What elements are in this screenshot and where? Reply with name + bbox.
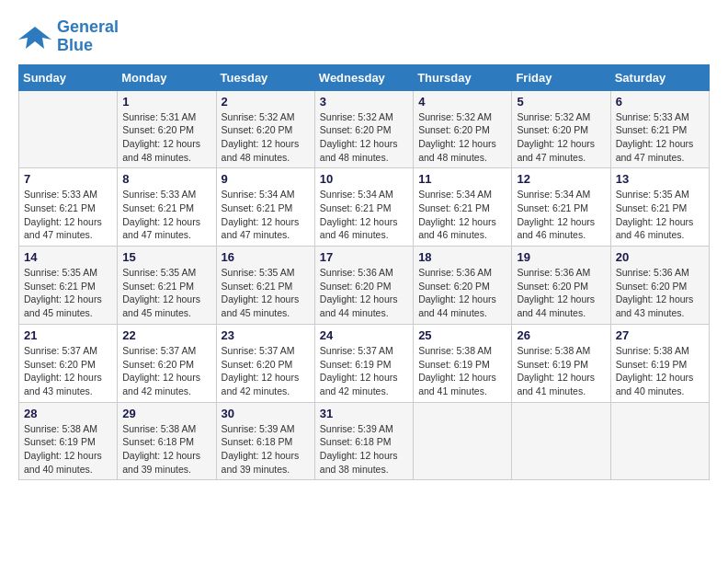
day-number: 14: [24, 250, 112, 264]
day-number: 7: [24, 172, 112, 186]
svg-marker-0: [18, 27, 51, 49]
calendar-cell: 19Sunrise: 5:36 AMSunset: 6:20 PMDayligh…: [512, 247, 610, 325]
day-info: Sunrise: 5:39 AMSunset: 6:18 PMDaylight:…: [320, 422, 408, 477]
day-info: Sunrise: 5:37 AMSunset: 6:20 PMDaylight:…: [24, 344, 112, 398]
calendar-cell: 2Sunrise: 5:32 AMSunset: 6:20 PMDaylight…: [216, 90, 314, 168]
day-number: 25: [418, 328, 506, 342]
calendar-cell: 11Sunrise: 5:34 AMSunset: 6:21 PMDayligh…: [414, 168, 512, 247]
day-number: 29: [122, 407, 210, 420]
day-number: 3: [320, 95, 408, 109]
logo-icon: [18, 23, 51, 51]
calendar-cell: 18Sunrise: 5:36 AMSunset: 6:20 PMDayligh…: [414, 247, 512, 325]
calendar-cell: 7Sunrise: 5:33 AMSunset: 6:21 PMDaylight…: [19, 168, 118, 247]
week-row-5: 28Sunrise: 5:38 AMSunset: 6:19 PMDayligh…: [19, 402, 710, 480]
day-info: Sunrise: 5:36 AMSunset: 6:20 PMDaylight:…: [517, 266, 605, 320]
day-info: Sunrise: 5:38 AMSunset: 6:18 PMDaylight:…: [122, 422, 210, 477]
day-info: Sunrise: 5:38 AMSunset: 6:19 PMDaylight:…: [517, 344, 605, 398]
calendar-cell: 21Sunrise: 5:37 AMSunset: 6:20 PMDayligh…: [19, 324, 118, 402]
weekday-header-sunday: Sunday: [19, 64, 118, 90]
day-number: 21: [24, 328, 112, 342]
calendar-cell: 14Sunrise: 5:35 AMSunset: 6:21 PMDayligh…: [19, 247, 118, 325]
day-number: 10: [320, 172, 408, 186]
weekday-header-saturday: Saturday: [610, 64, 709, 90]
calendar-cell: [19, 90, 118, 168]
calendar-cell: 12Sunrise: 5:34 AMSunset: 6:21 PMDayligh…: [512, 168, 610, 247]
day-info: Sunrise: 5:38 AMSunset: 6:19 PMDaylight:…: [616, 344, 704, 398]
day-info: Sunrise: 5:34 AMSunset: 6:21 PMDaylight:…: [517, 188, 605, 242]
calendar-cell: 30Sunrise: 5:39 AMSunset: 6:18 PMDayligh…: [216, 402, 314, 480]
weekday-header-monday: Monday: [118, 64, 216, 90]
day-number: 27: [616, 328, 704, 342]
calendar-table: SundayMondayTuesdayWednesdayThursdayFrid…: [18, 64, 710, 481]
week-row-2: 7Sunrise: 5:33 AMSunset: 6:21 PMDaylight…: [19, 168, 710, 247]
day-info: Sunrise: 5:35 AMSunset: 6:21 PMDaylight:…: [616, 188, 704, 242]
day-number: 19: [517, 250, 605, 264]
day-info: Sunrise: 5:32 AMSunset: 6:20 PMDaylight:…: [320, 110, 408, 165]
day-info: Sunrise: 5:36 AMSunset: 6:20 PMDaylight:…: [320, 266, 408, 320]
day-number: 9: [222, 172, 310, 186]
day-info: Sunrise: 5:32 AMSunset: 6:20 PMDaylight:…: [517, 110, 605, 165]
calendar-cell: 24Sunrise: 5:37 AMSunset: 6:19 PMDayligh…: [314, 324, 413, 402]
calendar-cell: 23Sunrise: 5:37 AMSunset: 6:20 PMDayligh…: [216, 324, 314, 402]
day-info: Sunrise: 5:37 AMSunset: 6:20 PMDaylight:…: [122, 344, 210, 398]
calendar-cell: 17Sunrise: 5:36 AMSunset: 6:20 PMDayligh…: [314, 247, 413, 325]
day-info: Sunrise: 5:34 AMSunset: 6:21 PMDaylight:…: [418, 188, 506, 242]
calendar-cell: [610, 402, 709, 480]
day-info: Sunrise: 5:36 AMSunset: 6:20 PMDaylight:…: [616, 266, 704, 320]
day-info: Sunrise: 5:37 AMSunset: 6:19 PMDaylight:…: [320, 344, 408, 398]
weekday-header-friday: Friday: [512, 64, 610, 90]
day-number: 23: [222, 328, 310, 342]
calendar-cell: 9Sunrise: 5:34 AMSunset: 6:21 PMDaylight…: [216, 168, 314, 247]
calendar-cell: 8Sunrise: 5:33 AMSunset: 6:21 PMDaylight…: [118, 168, 216, 247]
calendar-cell: 22Sunrise: 5:37 AMSunset: 6:20 PMDayligh…: [118, 324, 216, 402]
week-row-4: 21Sunrise: 5:37 AMSunset: 6:20 PMDayligh…: [19, 324, 710, 402]
day-number: 26: [517, 328, 605, 342]
day-number: 13: [616, 172, 704, 186]
calendar-cell: 25Sunrise: 5:38 AMSunset: 6:19 PMDayligh…: [414, 324, 512, 402]
calendar-cell: [512, 402, 610, 480]
calendar-cell: [414, 402, 512, 480]
day-number: 24: [320, 328, 408, 342]
day-info: Sunrise: 5:32 AMSunset: 6:20 PMDaylight:…: [418, 110, 506, 165]
day-number: 18: [418, 250, 506, 264]
day-number: 8: [122, 172, 210, 186]
calendar-cell: 27Sunrise: 5:38 AMSunset: 6:19 PMDayligh…: [610, 324, 709, 402]
page-header: General Blue: [18, 18, 710, 55]
day-number: 5: [517, 95, 605, 109]
day-info: Sunrise: 5:36 AMSunset: 6:20 PMDaylight:…: [418, 266, 506, 320]
calendar-cell: 3Sunrise: 5:32 AMSunset: 6:20 PMDaylight…: [314, 90, 413, 168]
day-info: Sunrise: 5:35 AMSunset: 6:21 PMDaylight:…: [222, 266, 310, 320]
calendar-cell: 31Sunrise: 5:39 AMSunset: 6:18 PMDayligh…: [314, 402, 413, 480]
weekday-header-row: SundayMondayTuesdayWednesdayThursdayFrid…: [19, 64, 710, 90]
day-number: 16: [222, 250, 310, 264]
day-info: Sunrise: 5:31 AMSunset: 6:20 PMDaylight:…: [122, 110, 210, 165]
day-info: Sunrise: 5:34 AMSunset: 6:21 PMDaylight:…: [222, 188, 310, 242]
day-number: 12: [517, 172, 605, 186]
day-info: Sunrise: 5:37 AMSunset: 6:20 PMDaylight:…: [222, 344, 310, 398]
calendar-cell: 26Sunrise: 5:38 AMSunset: 6:19 PMDayligh…: [512, 324, 610, 402]
day-number: 30: [222, 407, 310, 420]
day-info: Sunrise: 5:39 AMSunset: 6:18 PMDaylight:…: [222, 422, 310, 477]
weekday-header-tuesday: Tuesday: [216, 64, 314, 90]
day-number: 6: [616, 95, 704, 109]
day-info: Sunrise: 5:33 AMSunset: 6:21 PMDaylight:…: [24, 188, 112, 242]
calendar-cell: 28Sunrise: 5:38 AMSunset: 6:19 PMDayligh…: [19, 402, 118, 480]
day-number: 28: [24, 407, 112, 420]
calendar-cell: 10Sunrise: 5:34 AMSunset: 6:21 PMDayligh…: [314, 168, 413, 247]
day-number: 31: [320, 407, 408, 420]
calendar-cell: 15Sunrise: 5:35 AMSunset: 6:21 PMDayligh…: [118, 247, 216, 325]
calendar-cell: 13Sunrise: 5:35 AMSunset: 6:21 PMDayligh…: [610, 168, 709, 247]
calendar-cell: 29Sunrise: 5:38 AMSunset: 6:18 PMDayligh…: [118, 402, 216, 480]
logo: General Blue: [18, 18, 119, 55]
day-info: Sunrise: 5:33 AMSunset: 6:21 PMDaylight:…: [122, 188, 210, 242]
day-number: 17: [320, 250, 408, 264]
day-number: 20: [616, 250, 704, 264]
day-number: 4: [418, 95, 506, 109]
day-number: 22: [122, 328, 210, 342]
day-info: Sunrise: 5:33 AMSunset: 6:21 PMDaylight:…: [616, 110, 704, 165]
calendar-cell: 6Sunrise: 5:33 AMSunset: 6:21 PMDaylight…: [610, 90, 709, 168]
day-number: 11: [418, 172, 506, 186]
calendar-cell: 4Sunrise: 5:32 AMSunset: 6:20 PMDaylight…: [414, 90, 512, 168]
day-info: Sunrise: 5:32 AMSunset: 6:20 PMDaylight:…: [222, 110, 310, 165]
day-info: Sunrise: 5:34 AMSunset: 6:21 PMDaylight:…: [320, 188, 408, 242]
